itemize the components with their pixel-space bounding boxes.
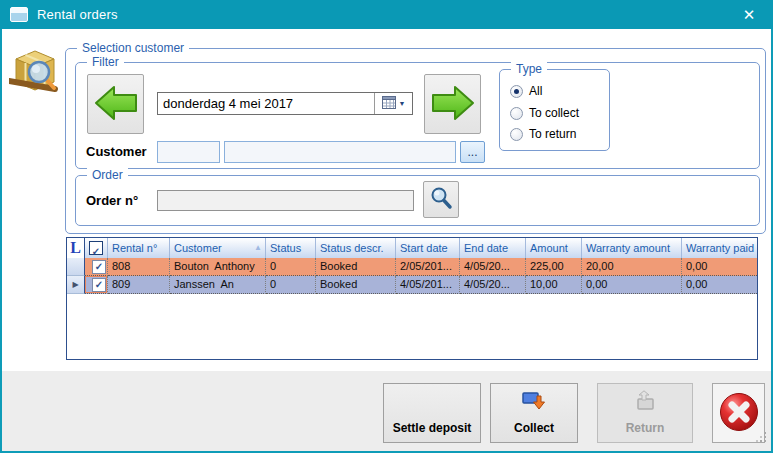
- cell-start-date[interactable]: 4/05/201...: [396, 276, 460, 294]
- order-group: Order Order n°: [75, 175, 760, 226]
- settle-deposit-label: Settle deposit: [393, 421, 472, 435]
- table-row[interactable]: ✓ 808 Bouton Anthony 0 Booked 2/05/201..…: [67, 258, 757, 276]
- column-header-amount[interactable]: Amount: [526, 238, 582, 258]
- grid-header-row: L ✓ Rental n° Customer▲ Status Status de…: [67, 238, 757, 258]
- cell-warranty-paid[interactable]: 0,00: [682, 258, 757, 276]
- rental-orders-grid: L ✓ Rental n° Customer▲ Status Status de…: [66, 237, 758, 360]
- order-label: Order: [87, 168, 128, 182]
- selection-customer-label: Selection customer: [77, 41, 189, 55]
- return-button: Return: [597, 383, 693, 443]
- rental-orders-window: Rental orders ✕ Selection customer Filte…: [0, 0, 773, 453]
- row-selector-current[interactable]: ▶: [67, 276, 85, 294]
- chevron-down-icon: ▼: [399, 100, 406, 107]
- radio-to-return[interactable]: To return: [510, 127, 576, 141]
- window-icon: [10, 7, 28, 22]
- cell-status[interactable]: 0: [266, 258, 316, 276]
- arrow-right-icon: [431, 82, 475, 127]
- cell-warranty-amount[interactable]: 0,00: [582, 276, 682, 294]
- search-icon: [429, 186, 453, 213]
- column-header-status-descr[interactable]: Status descr.: [316, 238, 396, 258]
- grid-corner-header[interactable]: L: [67, 238, 85, 258]
- column-header-start-date[interactable]: Start date: [396, 238, 460, 258]
- window-title: Rental orders: [37, 7, 118, 22]
- row-checkbox-cell[interactable]: ✓: [85, 258, 108, 276]
- cell-rental-no[interactable]: 809: [108, 276, 170, 294]
- order-number-label: Order n°: [86, 193, 138, 208]
- search-order-button[interactable]: [423, 181, 459, 218]
- cell-start-date[interactable]: 2/05/201...: [396, 258, 460, 276]
- current-row-marker-icon: ▶: [72, 280, 78, 289]
- customer-name-field[interactable]: [224, 141, 456, 163]
- type-group: Type All To collect To return: [499, 69, 610, 151]
- radio-to-collect-label: To collect: [529, 106, 579, 120]
- radio-button-icon: [510, 107, 523, 120]
- filter-label: Filter: [87, 55, 124, 69]
- cell-warranty-paid[interactable]: 0,00: [682, 276, 757, 294]
- date-input[interactable]: [158, 93, 374, 114]
- filter-group: Filter: [75, 62, 760, 169]
- collect-button[interactable]: Collect: [490, 383, 578, 443]
- checkbox-checked-icon[interactable]: ✓: [92, 278, 106, 292]
- collect-label: Collect: [514, 421, 554, 435]
- radio-all-label: All: [529, 84, 542, 98]
- order-number-field[interactable]: [157, 190, 414, 211]
- close-red-icon: [718, 391, 760, 436]
- cell-end-date[interactable]: 4/05/20...: [460, 258, 526, 276]
- cell-status[interactable]: 0: [266, 276, 316, 294]
- corner-label: L: [70, 238, 81, 258]
- column-header-rental-no[interactable]: Rental n°: [108, 238, 170, 258]
- cell-rental-no[interactable]: 808: [108, 258, 170, 276]
- cell-amount[interactable]: 225,00: [526, 258, 582, 276]
- date-picker: ▼: [157, 92, 413, 115]
- table-row-selected[interactable]: ▶ ✓ 809 Janssen An 0 Booked 4/05/201... …: [67, 276, 757, 294]
- cell-status-descr[interactable]: Booked: [316, 258, 396, 276]
- checkbox-checked-icon[interactable]: ✓: [89, 241, 103, 255]
- package-search-icon: [9, 45, 61, 97]
- footer-bar: Settle deposit Collect Return: [2, 371, 771, 451]
- cell-warranty-amount[interactable]: 20,00: [582, 258, 682, 276]
- sort-ascending-icon: ▲: [254, 238, 262, 258]
- column-header-customer[interactable]: Customer▲: [170, 238, 266, 258]
- cell-amount[interactable]: 10,00: [526, 276, 582, 294]
- titlebar: Rental orders ✕: [0, 0, 773, 29]
- return-icon: [632, 390, 658, 415]
- calendar-icon: [382, 95, 396, 113]
- cell-status-descr[interactable]: Booked: [316, 276, 396, 294]
- column-header-end-date[interactable]: End date: [460, 238, 526, 258]
- calendar-dropdown-button[interactable]: ▼: [374, 93, 412, 114]
- radio-button-icon: [510, 128, 523, 141]
- next-day-button[interactable]: [424, 74, 481, 134]
- radio-to-collect[interactable]: To collect: [510, 106, 579, 120]
- column-header-status[interactable]: Status: [266, 238, 316, 258]
- selection-customer-group: Selection customer Filter: [65, 48, 766, 234]
- column-header-warranty-paid[interactable]: Warranty paid: [682, 238, 757, 258]
- radio-button-icon: [510, 85, 523, 98]
- radio-all[interactable]: All: [510, 84, 542, 98]
- row-selector[interactable]: [67, 258, 85, 276]
- return-label: Return: [626, 421, 665, 435]
- resize-grip[interactable]: [756, 429, 767, 447]
- radio-to-return-label: To return: [529, 127, 576, 141]
- collect-icon: [521, 390, 547, 415]
- cell-customer[interactable]: Janssen An: [170, 276, 266, 294]
- select-all-header[interactable]: ✓: [85, 238, 108, 258]
- previous-day-button[interactable]: [87, 74, 144, 134]
- customer-browse-button[interactable]: ...: [460, 141, 485, 163]
- column-header-warranty-amount[interactable]: Warranty amount: [582, 238, 682, 258]
- customer-label: Customer: [86, 144, 147, 159]
- type-label: Type: [511, 62, 547, 76]
- cell-customer[interactable]: Bouton Anthony: [170, 258, 266, 276]
- row-checkbox-cell[interactable]: ✓: [85, 276, 108, 294]
- settle-deposit-button[interactable]: Settle deposit: [383, 383, 481, 443]
- arrow-left-icon: [94, 82, 138, 127]
- checkbox-checked-icon[interactable]: ✓: [92, 260, 106, 274]
- close-icon[interactable]: ✕: [733, 0, 765, 29]
- customer-code-field[interactable]: [157, 141, 220, 163]
- cell-end-date[interactable]: 4/05/20...: [460, 276, 526, 294]
